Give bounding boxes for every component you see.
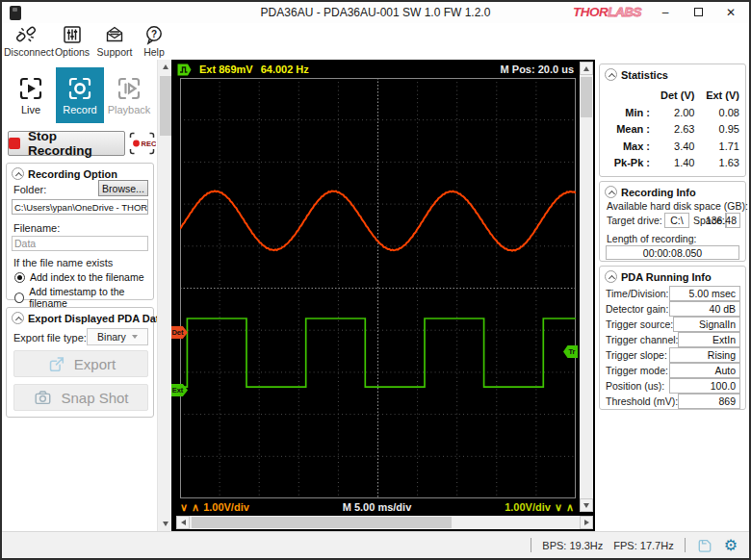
add-index-radio[interactable]: Add index to the filename xyxy=(14,271,144,283)
det-scale-up-button[interactable]: ∧ xyxy=(192,501,199,514)
collapse-recording-info-icon[interactable] xyxy=(605,186,617,198)
maximize-button[interactable] xyxy=(689,4,707,21)
pda-row-label: Trigger channel: xyxy=(606,334,678,345)
export-group-title: Export Displayed PDA Data xyxy=(28,313,166,324)
pda-row-value: 5.00 msec xyxy=(669,286,740,301)
support-label: Support xyxy=(94,46,135,58)
pda-row-value[interactable]: 869 xyxy=(678,394,740,409)
stats-row-label: Pk-Pk : xyxy=(606,157,650,168)
record-mode-button[interactable]: Record xyxy=(56,67,104,123)
statistics-group: Statistics Det (V) Ext (V) Min : 2.00 0.… xyxy=(599,64,746,177)
trigger-flag-icon xyxy=(177,64,192,76)
pda-row-label: Position (us): xyxy=(606,380,664,392)
pda-row-label: Detector gain: xyxy=(606,303,668,315)
scope-vertical-scrollbar[interactable] xyxy=(580,62,593,512)
support-button[interactable]: Support xyxy=(94,24,135,59)
stats-col-det: Det (V) xyxy=(650,89,695,101)
app-window: PDA36AU - PDA36AU-001 SW 1.0 FW 1.2.0 TH… xyxy=(0,0,751,560)
folder-label: Folder: xyxy=(13,184,46,195)
export-group: Export Displayed PDA Data Export file ty… xyxy=(6,307,154,418)
help-button[interactable]: ? Help xyxy=(137,24,171,59)
mpos-readout: M Pos: 20.0 us xyxy=(501,64,574,75)
stats-value: 1.40 xyxy=(650,157,695,168)
target-drive-value[interactable]: C:\ xyxy=(664,213,689,228)
arrow-up-icon xyxy=(163,64,168,69)
scroll-up-button[interactable] xyxy=(158,60,172,74)
export-button-label: Export xyxy=(74,356,116,372)
help-icon: ? xyxy=(143,24,165,45)
live-icon xyxy=(18,76,43,101)
waveform-plot xyxy=(180,78,576,498)
statistics-title: Statistics xyxy=(621,69,668,81)
stats-row-label: Min : xyxy=(606,107,650,118)
mode-switcher: Live Record xyxy=(7,67,153,123)
det-scale-down-button[interactable]: ∨ xyxy=(180,501,188,514)
recording-option-title: Recording Option xyxy=(28,168,117,180)
scrollbar-thumb[interactable] xyxy=(160,76,171,136)
playback-label: Playback xyxy=(108,104,151,115)
ext-scale-up-button[interactable]: ∧ xyxy=(566,501,574,514)
help-label: Help xyxy=(137,46,171,58)
snapshot-button-label: Snap Shot xyxy=(61,390,128,406)
export-file-type-label: Export file type: xyxy=(13,332,87,344)
pda-row-value[interactable]: 100.0 xyxy=(669,378,740,394)
collapse-recording-option-icon[interactable] xyxy=(12,167,24,180)
collapse-export-icon[interactable] xyxy=(12,312,24,324)
snapshot-button[interactable]: Snap Shot xyxy=(13,384,148,411)
close-button[interactable]: ✕ xyxy=(722,4,739,21)
scope-scroll-down-button[interactable] xyxy=(580,498,593,512)
radio-selected-icon xyxy=(14,272,25,283)
scroll-down-button[interactable] xyxy=(158,517,172,531)
scope-scroll-left-button[interactable] xyxy=(176,516,190,529)
collapse-statistics-icon[interactable] xyxy=(605,68,617,81)
disconnect-label: Disconnect xyxy=(4,46,48,58)
export-file-type-value: Binary xyxy=(97,331,126,343)
disconnect-button[interactable]: Disconnect xyxy=(4,24,48,59)
arrow-right-icon xyxy=(584,520,589,525)
scope-scroll-up-button[interactable] xyxy=(580,62,593,75)
filename-input[interactable]: Data xyxy=(12,236,148,251)
svg-text:?: ? xyxy=(151,29,157,39)
save-file-icon[interactable] xyxy=(696,537,713,554)
browse-button[interactable]: Browse... xyxy=(98,180,148,196)
options-icon xyxy=(62,24,83,45)
playback-mode-button[interactable]: Playback xyxy=(105,67,153,123)
stats-value: 3.40 xyxy=(650,140,695,152)
ext-scale-down-button[interactable]: ∨ xyxy=(555,501,562,514)
frequency-readout: 64.002 Hz xyxy=(261,64,309,75)
stats-value: 1.63 xyxy=(695,157,740,168)
scope-vscroll-thumb[interactable] xyxy=(581,77,592,117)
collapse-pda-info-icon[interactable] xyxy=(605,270,617,283)
settings-gear-icon[interactable]: ⚙ xyxy=(724,538,738,553)
playback-icon xyxy=(117,76,142,101)
ext-vdiv-readout: 1.00V/div xyxy=(505,501,551,513)
stop-recording-button[interactable]: Stop Recording xyxy=(8,131,125,156)
live-mode-button[interactable]: Live xyxy=(7,67,55,123)
folder-path-input[interactable]: C:\Users\ypan\OneDrive - THORLABS xyxy=(12,199,148,215)
pda-row-label: Time/Division: xyxy=(606,288,669,299)
stats-col-ext: Ext (V) xyxy=(695,89,740,101)
window-title: PDA36AU - PDA36AU-001 SW 1.0 FW 1.2.0 xyxy=(261,6,491,19)
live-label: Live xyxy=(21,104,40,115)
export-file-type-select[interactable]: Binary xyxy=(87,328,148,345)
pda-row-value: 40 dB xyxy=(669,301,740,317)
left-panel-scrollbar[interactable] xyxy=(157,60,171,531)
scope-hscroll-thumb[interactable] xyxy=(192,517,452,528)
scope-horizontal-scrollbar[interactable] xyxy=(176,516,593,529)
stats-value: 2.00 xyxy=(650,107,695,118)
pda-row-label: Trigger mode: xyxy=(606,365,668,376)
trigger-readout: Ext 869mV xyxy=(199,64,253,75)
toolbar: Disconnect Options Support xyxy=(2,23,749,60)
pda-row-label: Trigger slope: xyxy=(606,349,667,361)
export-button[interactable]: Export xyxy=(13,350,148,377)
recording-length-label: Length of recording: xyxy=(607,233,696,244)
options-button[interactable]: Options xyxy=(52,24,92,59)
pda-row-label: Trigger source: xyxy=(606,318,673,330)
scope-scroll-right-button[interactable] xyxy=(580,516,593,529)
pda-row-label: Threshold (mV): xyxy=(606,395,678,407)
options-label: Options xyxy=(52,46,92,58)
add-timestamp-radio[interactable]: Add timestamp to the filename xyxy=(14,286,153,309)
add-index-label: Add index to the filename xyxy=(30,271,144,283)
minimize-button[interactable]: – xyxy=(657,4,674,21)
det-vdiv-readout: 1.00V/div xyxy=(203,501,249,513)
